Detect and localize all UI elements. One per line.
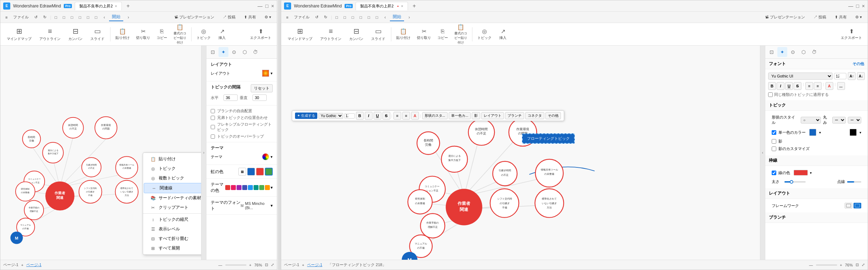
left-canvas[interactable]: 作業者 関連 休憩時間 の不足 作業環境 の問題 長時間 労働 過分による 集中… (0, 46, 201, 260)
right-statusbar-page[interactable]: ページ-1 (284, 262, 299, 268)
rp-font-other[interactable]: その他 (852, 61, 864, 67)
right-file-btn[interactable]: ファイル (292, 14, 312, 21)
rp-tab5[interactable]: ⏱ (809, 47, 819, 57)
rp-border-color-checkbox[interactable] (772, 171, 776, 175)
left-layout-dropdown-arrow[interactable]: ▾ (271, 71, 273, 76)
left-panel-tab-clock[interactable]: ⏱ (250, 47, 260, 57)
rainbow-swatch3[interactable] (256, 168, 264, 176)
menu-level[interactable]: ☰ 表示レベル › (143, 224, 201, 234)
rp-fill-checkbox[interactable] (772, 130, 776, 135)
left-insert-btn[interactable]: ↗ 挿入 (214, 27, 230, 41)
left-menu-btn[interactable]: ≡ (3, 15, 10, 20)
left-theme-color-dropdown[interactable]: ▾ (271, 185, 273, 190)
left-new-tab-btn[interactable]: + (125, 2, 132, 10)
left-tab-close[interactable]: × (115, 4, 117, 8)
rp-shadow-checkbox[interactable] (772, 139, 776, 144)
right-format-copy-btn[interactable]: 📋 書式のコピー貼り付け (452, 23, 470, 46)
right-tool2[interactable]: □ (341, 15, 348, 20)
rp-font-size[interactable] (834, 73, 846, 79)
tc3[interactable] (237, 185, 242, 190)
rp-border-color-swatch[interactable] (794, 170, 808, 176)
left-presentation-btn[interactable]: 📽 プレゼンテーション (171, 14, 217, 21)
inline-italic-btn[interactable]: I (365, 112, 373, 120)
inline-connector-btn[interactable]: コネクタ (525, 112, 544, 119)
right-nav-back[interactable]: ‹ (381, 14, 388, 21)
left-panel-toggle[interactable]: › (201, 46, 206, 260)
left-zoom-out-btn[interactable]: — (219, 263, 222, 267)
right-slide-btn[interactable]: ▭ スライド (368, 25, 389, 43)
rp-tab4[interactable]: ⬡ (799, 47, 809, 57)
left-statusbar-page[interactable]: ページ-1 (3, 262, 18, 268)
inline-shadow-btn[interactable]: 影 (472, 112, 480, 119)
menu-collapse-all[interactable]: ⊟ すべて折り畳む (143, 234, 201, 243)
inline-strike-btn[interactable]: S (382, 112, 390, 120)
rp-fill-black-swatch[interactable] (850, 129, 857, 136)
generate-ai-btn[interactable]: ✦ 生成する (295, 113, 317, 119)
right-statusbar-add[interactable]: + (302, 263, 304, 267)
left-export-btn[interactable]: ⬆ エクスポート (247, 27, 274, 41)
left-outline-btn[interactable]: ≡ アウトライン (36, 26, 64, 43)
left-cb-free-branch-input[interactable] (211, 109, 215, 113)
right-zoom-level[interactable]: 76% (845, 263, 853, 267)
left-statusbar-current[interactable]: ページ-1 (26, 262, 41, 268)
left-paste-btn[interactable]: 📋 貼り付け (113, 27, 132, 41)
rp-tab2[interactable]: ✦ (777, 47, 787, 57)
rp-more-format-btn[interactable]: ... (837, 82, 845, 90)
left-cb-overlap-input[interactable] (211, 134, 215, 139)
rp-fill-arrow[interactable]: ▾ (819, 131, 821, 134)
rp-border-style-slider[interactable] (847, 181, 861, 183)
tc2[interactable] (231, 185, 236, 190)
right-presentation-btn[interactable]: 📽 プレゼンテーション (762, 14, 808, 21)
left-fit-btn[interactable]: ⊡ (265, 263, 268, 267)
left-mindmap-btn[interactable]: ⊞ マインドマップ (3, 25, 35, 43)
right-tool3[interactable]: □ (350, 15, 356, 20)
rp-fw-opt2[interactable] (853, 203, 861, 208)
right-export-btn[interactable]: ⬆ エクスポート (838, 27, 865, 41)
rp-border-size-slider[interactable] (784, 181, 806, 183)
inline-branch-btn[interactable]: ブランチ (505, 112, 524, 119)
left-tool4[interactable]: □ (77, 15, 84, 20)
rainbow-swatch1[interactable]: ▦ (238, 168, 246, 176)
inline-underline-btn[interactable]: U (374, 112, 381, 120)
left-settings-btn[interactable]: ⚙ ▾ (262, 14, 274, 20)
left-topic-spacing-reset[interactable]: リセット (251, 84, 273, 92)
rp-fill-black-arrow[interactable]: ▾ (860, 131, 861, 134)
left-cb-flexible-floating-input[interactable] (211, 125, 215, 129)
left-share-btn[interactable]: ⬆ 共有 (241, 14, 259, 21)
inline-border-color-btn[interactable]: 単一色カ... (449, 112, 471, 119)
left-slide-btn[interactable]: ▭ スライド (87, 25, 108, 43)
left-zoom-in-btn[interactable]: + (249, 263, 251, 267)
inline-bold-btn[interactable]: B (356, 112, 364, 120)
rp-tab1[interactable]: ⊡ (767, 47, 777, 57)
menu-topic[interactable]: ◎ トピック Enter (143, 164, 201, 173)
left-cut-btn[interactable]: ✂ 切り取り (133, 27, 153, 41)
menu-clipart[interactable]: ✂ クリップアート (143, 203, 201, 212)
inline-font-size[interactable] (344, 113, 355, 119)
rp-strike-btn[interactable]: S (794, 82, 801, 90)
left-tool2[interactable]: □ (61, 15, 67, 20)
left-copy-btn[interactable]: ⎘ コピー (154, 27, 170, 41)
right-outline-btn[interactable]: ≡ アウトライン (317, 26, 345, 43)
right-minimize-btn[interactable]: — (848, 3, 853, 9)
menu-zoom[interactable]: ↕ トピックの縮尺 › (143, 215, 201, 224)
left-tool6[interactable]: □ (93, 15, 100, 20)
menu-relation[interactable]: ↔ 関連線 Ctrl+R (144, 183, 201, 193)
rp-font-select[interactable]: Yu Gothic UI (768, 73, 833, 80)
right-zoom-in-btn[interactable]: + (840, 263, 842, 267)
tc8[interactable] (265, 185, 270, 190)
right-tool5[interactable]: □ (365, 15, 372, 20)
left-close-btn[interactable]: × (271, 3, 274, 9)
rp-corner-select[interactable]: ー (832, 117, 846, 123)
left-theme-dropdown[interactable]: ▾ (271, 155, 273, 159)
left-layout-color-dot[interactable] (262, 70, 269, 77)
left-redo-btn[interactable]: ↻ (41, 14, 49, 20)
right-panel-toggle[interactable]: ‹ (760, 46, 765, 260)
rp-underline-btn[interactable]: U (785, 82, 793, 90)
left-tool5[interactable]: □ (85, 15, 91, 20)
rp-shadow-custom-checkbox[interactable] (772, 147, 776, 151)
rp-border-color-arrow[interactable]: ▾ (810, 171, 812, 175)
menu-multi-topic[interactable]: ◎ 複数トピック Ctrl+M (143, 173, 201, 183)
left-panel-tab-style[interactable]: ✦ (219, 47, 228, 57)
menu-expand-all[interactable]: ⊞ すべて展開 (143, 243, 201, 253)
inline-more-btn[interactable]: その他 (545, 112, 561, 119)
